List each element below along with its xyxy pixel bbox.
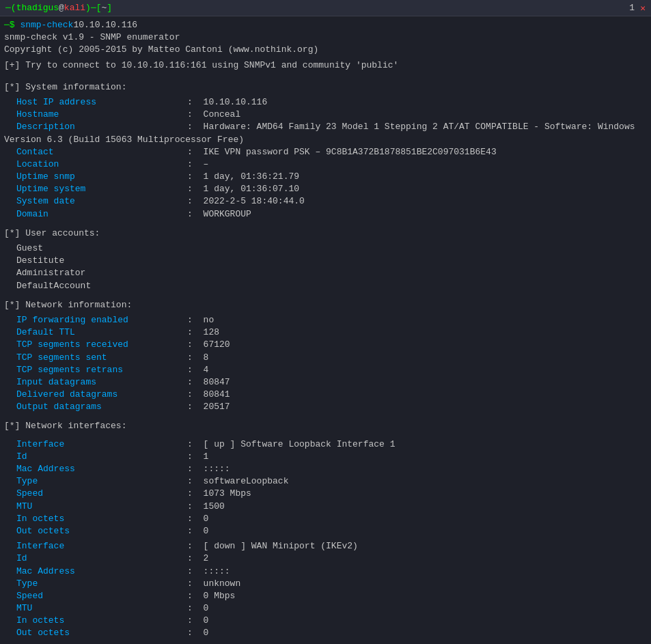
field-colon: : bbox=[187, 389, 198, 401]
field-colon: : bbox=[187, 158, 198, 171]
info-line-delivered-datagrams: Delivered datagrams : 80841 bbox=[4, 389, 647, 401]
prompt-command: snmp-check bbox=[20, 19, 73, 31]
field-colon: : bbox=[187, 401, 198, 413]
field-colon: : bbox=[187, 451, 198, 463]
field-iface2-id-value: 2 bbox=[204, 552, 209, 565]
close-button[interactable]: ✕ bbox=[640, 3, 646, 14]
field-domain-value: WORKGROUP bbox=[204, 208, 251, 221]
field-host-ip-name: Host IP address bbox=[16, 96, 187, 109]
field-iface2-interface-value: [ down ] WAN Miniport (IKEv2) bbox=[204, 540, 358, 552]
field-colon: : bbox=[187, 109, 198, 121]
field-colon: : bbox=[187, 96, 198, 109]
title-path: ~ bbox=[102, 3, 107, 13]
title-bar-left: ─ ( thadigus @ kali ) ─ [ ~ ] bbox=[5, 3, 112, 13]
field-colon: : bbox=[187, 475, 198, 488]
info-line-iface2-in-octets: In octets : 0 bbox=[4, 615, 647, 627]
field-colon: : bbox=[187, 364, 198, 376]
system-info-section: [*] System information: Host IP address … bbox=[4, 81, 647, 221]
info-line-hostname: Hostname : Conceal bbox=[4, 109, 647, 121]
user-account-destitute: Destitute bbox=[4, 255, 647, 267]
field-output-datagrams-value: 20517 bbox=[204, 401, 230, 413]
user-account-administrator: Administrator bbox=[4, 267, 647, 279]
field-uptime-system-name: Uptime system bbox=[16, 183, 187, 195]
title-username: thadigus bbox=[16, 3, 59, 13]
field-delivered-datagrams-name: Delivered datagrams bbox=[16, 389, 187, 401]
info-line-iface1-in-octets: In octets : 0 bbox=[4, 513, 647, 525]
connect-line: [+] Try to connect to 10.10.10.116:161 u… bbox=[4, 59, 647, 72]
field-location-value: – bbox=[204, 158, 209, 171]
prompt-line: ─$ snmp-check 10.10.10.116 bbox=[4, 19, 647, 31]
field-iface2-in-octets-name: In octets bbox=[16, 615, 187, 627]
info-line-ip-forwarding: IP forwarding enabled : no bbox=[4, 314, 647, 326]
field-iface1-speed-name: Speed bbox=[16, 488, 187, 500]
info-line-domain: Domain : WORKGROUP bbox=[4, 208, 647, 221]
prompt-prefix: ─$ bbox=[4, 19, 20, 31]
field-tcp-sent-name: TCP segments sent bbox=[16, 352, 187, 364]
field-colon: : bbox=[187, 627, 198, 639]
field-iface2-mtu-value: 0 bbox=[204, 602, 209, 615]
info-line-uptime-snmp: Uptime snmp : 1 day, 01:36:21.79 bbox=[4, 171, 647, 183]
info-line-output-datagrams: Output datagrams : 20517 bbox=[4, 401, 647, 413]
field-colon: : bbox=[187, 488, 198, 500]
field-colon: : bbox=[187, 602, 198, 615]
field-iface2-id-name: Id bbox=[16, 552, 187, 565]
field-ip-forwarding-value: no bbox=[204, 314, 214, 326]
field-colon: : bbox=[187, 615, 198, 627]
field-ip-forwarding-name: IP forwarding enabled bbox=[16, 314, 187, 326]
network-interfaces-header: [*] Network interfaces: bbox=[4, 420, 647, 432]
description-continuation: Version 6.3 (Build 15063 Multiprocessor … bbox=[4, 134, 647, 146]
field-iface2-mac-value: ::::: bbox=[204, 565, 230, 578]
interface-block-2: Interface : [ down ] WAN Miniport (IKEv2… bbox=[4, 540, 647, 640]
field-hostname-value: Conceal bbox=[204, 109, 241, 121]
field-iface1-id-name: Id bbox=[16, 451, 187, 463]
title-open-paren: ( bbox=[11, 3, 16, 13]
info-line-iface1-type: Type : softwareLoopback bbox=[4, 475, 647, 488]
field-delivered-datagrams-value: 80841 bbox=[204, 389, 230, 401]
field-iface1-mtu-value: 1500 bbox=[204, 501, 225, 513]
field-colon: : bbox=[187, 438, 198, 451]
info-line-iface2-interface: Interface : [ down ] WAN Miniport (IKEv2… bbox=[4, 540, 647, 552]
field-system-date-value: 2022-2-5 18:40:44.0 bbox=[204, 195, 305, 208]
info-line-iface1-id: Id : 1 bbox=[4, 451, 647, 463]
field-iface1-mac-value: ::::: bbox=[204, 463, 230, 475]
info-line-iface1-interface: Interface : [ up ] Software Loopback Int… bbox=[4, 438, 647, 451]
field-iface1-in-octets-name: In octets bbox=[16, 513, 187, 525]
info-line-iface1-out-octets: Out octets : 0 bbox=[4, 525, 647, 537]
info-line-iface1-speed: Speed : 1073 Mbps bbox=[4, 488, 647, 500]
field-contact-value: IKE VPN password PSK – 9C8B1A372B1878851… bbox=[204, 146, 497, 158]
field-colon: : bbox=[187, 314, 198, 326]
field-colon: : bbox=[187, 513, 198, 525]
info-line-iface2-id: Id : 2 bbox=[4, 552, 647, 565]
field-output-datagrams-name: Output datagrams bbox=[16, 401, 187, 413]
info-line-contact: Contact : IKE VPN password PSK – 9C8B1A3… bbox=[4, 146, 647, 158]
title-bracket-open: [ bbox=[96, 3, 102, 13]
field-colon: : bbox=[187, 326, 198, 339]
field-iface2-type-name: Type bbox=[16, 578, 187, 590]
info-line-iface1-mac: Mac Address : ::::: bbox=[4, 463, 647, 475]
field-contact-name: Contact bbox=[16, 146, 187, 158]
field-colon: : bbox=[187, 376, 198, 389]
title-dash: ─ bbox=[5, 3, 11, 13]
field-iface2-out-octets-name: Out octets bbox=[16, 627, 187, 639]
field-iface1-out-octets-value: 0 bbox=[204, 525, 209, 537]
network-info-header: [*] Network information: bbox=[4, 299, 647, 311]
field-iface2-mtu-name: MTU bbox=[16, 602, 187, 615]
field-colon: : bbox=[187, 540, 198, 552]
field-iface2-in-octets-value: 0 bbox=[204, 615, 209, 627]
info-line-tcp-retrans: TCP segments retrans : 4 bbox=[4, 364, 647, 376]
field-tcp-retrans-name: TCP segments retrans bbox=[16, 364, 187, 376]
user-account-defaultaccount: DefaultAccount bbox=[4, 280, 647, 292]
interface-block-1: Interface : [ up ] Software Loopback Int… bbox=[4, 438, 647, 538]
info-line-default-ttl: Default TTL : 128 bbox=[4, 326, 647, 339]
field-iface2-mac-name: Mac Address bbox=[16, 565, 187, 578]
title-bracket-close: ] bbox=[107, 3, 112, 13]
field-input-datagrams-value: 80847 bbox=[204, 376, 230, 389]
field-colon: : bbox=[187, 195, 198, 208]
info-line-system-date: System date : 2022-2-5 18:40:44.0 bbox=[4, 195, 647, 208]
title-dash2: ─ bbox=[91, 3, 96, 13]
field-iface1-interface-name: Interface bbox=[16, 438, 187, 451]
field-domain-name: Domain bbox=[16, 208, 187, 221]
field-default-ttl-name: Default TTL bbox=[16, 326, 187, 339]
field-tcp-sent-value: 8 bbox=[204, 352, 209, 364]
info-line-input-datagrams: Input datagrams : 80847 bbox=[4, 376, 647, 389]
